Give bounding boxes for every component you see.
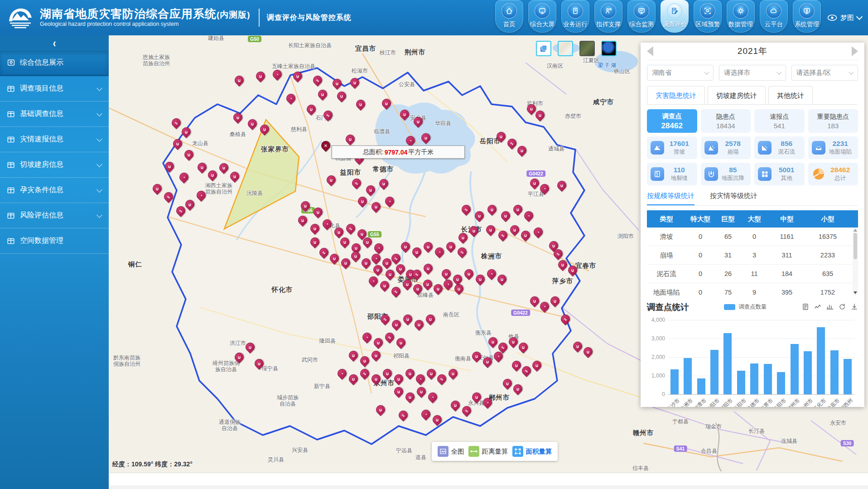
table-cell: 26 [715, 270, 741, 277]
nav-item-区域预警[interactable]: 区域预警 [694, 0, 722, 33]
hazard-card-总计[interactable]: 28462 总计 [808, 163, 858, 185]
hazard-glyph-icon: ◔ [483, 398, 492, 407]
hazard-glyph-icon: ∪ [372, 351, 380, 359]
table-row-地面塌陷[interactable]: 地面塌陷07593951752 [647, 283, 858, 295]
region-select-0[interactable]: 湖南省 [647, 65, 714, 81]
bar-湘西州[interactable] [844, 359, 852, 394]
card-label: 速报点 [770, 113, 789, 121]
bar-张家界市[interactable] [764, 364, 772, 394]
region-select-2[interactable]: 请选择县/区 [791, 65, 858, 81]
hazard-glyph-icon: ∪ [395, 375, 403, 383]
hazard-card-其他[interactable]: 5001 其他 [754, 163, 805, 185]
vector-basemap-thumb[interactable] [558, 41, 573, 56]
hazard-card-泥石流[interactable]: 856 泥石流 [754, 136, 805, 159]
table-row-泥石流[interactable]: 泥石流02611184635 [647, 265, 858, 283]
hazard-glyph-icon: ◔ [534, 228, 542, 236]
bar-衡阳市[interactable] [710, 350, 719, 394]
map-tool-距离量算[interactable]: 距离量算 [468, 446, 508, 457]
summary-card-重要隐患点[interactable]: 重要隐患点 183 [808, 109, 858, 133]
hazard-glyph-icon: ∪ [503, 379, 511, 387]
user-menu[interactable]: 梦图 [827, 14, 862, 22]
hazard-glyph-icon: ∪ [318, 90, 327, 98]
hazard-card-地面沉降[interactable]: 85 地面沉降 [701, 163, 751, 185]
nav-item-云平台[interactable]: 云平台 [760, 0, 788, 33]
summary-card-速报点[interactable]: 速报点 541 [754, 109, 805, 133]
sidebar-item-切坡建房信息[interactable]: 切坡建房信息 [0, 152, 109, 178]
sidebar-collapse-button[interactable]: ‹ [0, 35, 109, 51]
summary-card-隐患点[interactable]: 隐患点 18434 [701, 109, 751, 133]
nav-item-综合大屏[interactable]: 综合大屏 [528, 0, 556, 33]
basemap-switcher [536, 41, 617, 56]
hazard-card-地裂缝[interactable]: 110 地裂缝 [647, 163, 697, 185]
bar-益阳市[interactable] [777, 372, 785, 394]
line-chart-icon[interactable] [814, 303, 821, 310]
bar-湘潭市[interactable] [697, 378, 705, 394]
bar-娄底市[interactable] [830, 350, 839, 394]
hazard-value: 2578 [725, 140, 741, 148]
table-icon [6, 160, 15, 169]
tab-其他统计[interactable]: 其他统计 [768, 86, 813, 104]
nav-item-首页[interactable]: 首页 [495, 0, 523, 33]
hazard-glyph-icon: ∪ [406, 393, 414, 401]
sidebar-item-灾情速报信息[interactable]: 灾情速报信息 [0, 127, 109, 152]
map-tool-面积量算[interactable]: 面积量算 [512, 446, 552, 457]
sidebar-item-综合信息展示[interactable]: 综合信息展示 [0, 51, 109, 76]
landslide-icon [651, 141, 664, 155]
bar-永州市[interactable] [804, 351, 812, 394]
nav-item-指挥支撑[interactable]: 指挥支撑 [594, 0, 622, 33]
sidebar-item-风险评估信息[interactable]: 风险评估信息 [0, 203, 109, 228]
hazard-glyph-icon: ◔ [338, 369, 346, 378]
prev-year-button[interactable] [647, 46, 653, 56]
scrollbar-thumb[interactable] [854, 233, 857, 259]
tab-切坡建房统计[interactable]: 切坡建房统计 [708, 86, 766, 104]
sidebar-item-基础调查信息[interactable]: 基础调查信息 [0, 102, 109, 127]
table-cell: 11 [741, 270, 767, 277]
hazard-glyph-icon: ∪ [397, 339, 405, 347]
tab-灾害隐患统计[interactable]: 灾害隐患统计 [647, 86, 705, 104]
hazard-glyph-icon: ∪ [311, 238, 319, 246]
table-scrollbar[interactable] [853, 228, 858, 295]
summary-card-调查点[interactable]: 调查点 28462 [647, 109, 697, 133]
hazard-glyph-icon: ∪ [422, 134, 430, 142]
table-icon [6, 186, 15, 195]
map-tool-全图[interactable]: 全图 [438, 446, 464, 457]
download-icon[interactable] [851, 303, 858, 310]
bar-郴州市[interactable] [791, 344, 799, 394]
subtab-按规模等级统计[interactable]: 按规模等级统计 [647, 192, 694, 205]
satellite-basemap-thumb[interactable] [579, 41, 595, 56]
bar-岳阳市[interactable] [737, 371, 745, 394]
bar-邵阳市[interactable] [723, 333, 732, 394]
sidebar-item-空间数据管理[interactable]: 空间数据管理 [0, 228, 109, 254]
hazard-card-地面塌陷[interactable]: 2231 地面塌陷 [808, 136, 858, 159]
hazard-glyph-icon: ◔ [540, 184, 549, 193]
sidebar-item-调查项目信息[interactable]: 调查项目信息 [0, 76, 109, 102]
refresh-icon[interactable] [839, 303, 846, 310]
subtab-按灾情等级统计[interactable]: 按灾情等级统计 [710, 192, 757, 205]
bar-chart-icon[interactable] [826, 303, 834, 310]
bar-常德市[interactable] [750, 363, 758, 394]
nav-item-调查评价[interactable]: 调查评价 [661, 0, 689, 33]
nav-item-数据管理[interactable]: 数据管理 [727, 0, 755, 33]
sidebar-item-孕灾条件信息[interactable]: 孕灾条件信息 [0, 178, 109, 203]
table-icon [6, 110, 15, 119]
hazard-value: 110 [674, 166, 685, 174]
nav-item-系统管理[interactable]: 系统管理 [793, 0, 821, 33]
table-cell: 3 [741, 252, 767, 259]
list-icon[interactable] [802, 303, 809, 310]
bar-怀化市[interactable] [817, 327, 825, 394]
nav-item-综合监测[interactable]: 综合监测 [627, 0, 656, 33]
hazard-glyph-icon: ∪ [358, 230, 366, 238]
other-icon [758, 167, 772, 181]
chart-title: 调查点统计 [647, 301, 689, 313]
layers-button[interactable] [536, 41, 551, 56]
hazard-card-滑坡[interactable]: 17601 滑坡 [647, 136, 697, 159]
table-row-滑坡[interactable]: 滑坡0650116116375 [647, 228, 858, 246]
table-row-崩塌[interactable]: 崩塌03133112233 [647, 246, 858, 265]
bar-株洲市[interactable] [684, 358, 692, 394]
hazard-card-崩塌[interactable]: 2578 崩塌 [701, 136, 751, 159]
next-year-button[interactable] [852, 46, 858, 56]
bar-长沙市[interactable] [670, 369, 679, 394]
nav-item-业务运行[interactable]: 业务运行 [561, 0, 589, 33]
region-select-1[interactable]: 请选择市 [719, 65, 786, 81]
globe-basemap-thumb[interactable] [601, 41, 617, 56]
